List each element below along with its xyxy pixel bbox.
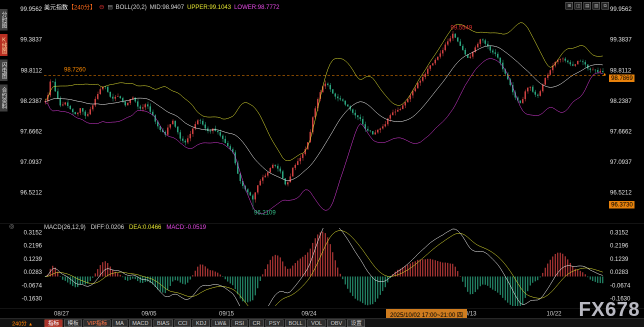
x-axis-label: 09/15 bbox=[219, 310, 234, 317]
layout-cols-icon[interactable]: ▥ bbox=[592, 2, 600, 10]
y-axis-label: 98.2387 bbox=[610, 98, 640, 104]
y-axis-label: 96.5212 bbox=[610, 189, 640, 196]
high-price-annotation: 99.5549 bbox=[450, 24, 472, 31]
tab-lwr[interactable]: LW& bbox=[212, 320, 230, 327]
low-mark-box: 96.3730 bbox=[609, 201, 634, 208]
tab-template[interactable]: 模板 bbox=[64, 320, 82, 327]
tab-settings[interactable]: 设置 bbox=[347, 320, 365, 327]
y-axis-label: 97.0937 bbox=[610, 158, 640, 166]
sidebar-item-time-chart[interactable]: 分时图 bbox=[0, 9, 8, 30]
macd-axis-label: -0.1630 bbox=[15, 295, 42, 302]
tab-rsi[interactable]: RSI bbox=[232, 320, 248, 327]
y-axis-label: 97.0937 bbox=[15, 158, 42, 166]
layout-cascade-icon[interactable]: ⧉ bbox=[602, 2, 609, 10]
boll-indicator-label: BOLL(20,2) bbox=[116, 4, 146, 10]
macd-header: MACD(26,12,9) DIFF:0.0206 DEA:0.0466 MAC… bbox=[44, 224, 206, 230]
layout-grid-icon[interactable]: ⊞ bbox=[566, 2, 573, 10]
tab-macd[interactable]: MACD bbox=[129, 320, 152, 327]
boll-upper-value: UPPER:99.1043 bbox=[187, 4, 231, 10]
x-axis-label: 09/24 bbox=[302, 310, 316, 317]
sidebar-item-flash-chart[interactable]: 闪电图 bbox=[0, 60, 8, 81]
y-axis-label: 99.3837 bbox=[15, 36, 42, 43]
macd-axis-label: -0.0674 bbox=[15, 282, 42, 289]
chevron-up-icon: ▲ bbox=[28, 322, 32, 326]
sidebar-item-contract-info[interactable]: 合约资料 bbox=[0, 84, 8, 112]
macd-title: MACD(26,12,9) bbox=[44, 224, 86, 230]
tab-indicator[interactable]: 指标 bbox=[44, 320, 62, 327]
trading-app: 美元指数 【240分】 ⊖ ▤ BOLL(20,2) MID:98.9407 U… bbox=[0, 0, 644, 327]
tab-boll[interactable]: BOLL bbox=[285, 320, 306, 327]
macd-macd-value: MACD:-0.0519 bbox=[166, 224, 206, 230]
tab-vip-indicator[interactable]: VIP指标 bbox=[84, 320, 110, 327]
low-price-annotation: 96.2109 bbox=[254, 209, 276, 216]
macd-axis-label: 0.2196 bbox=[610, 242, 640, 249]
x-axis-label: 09/05 bbox=[142, 310, 156, 317]
y-axis-label: 97.6662 bbox=[610, 128, 640, 135]
tab-obv[interactable]: OBV bbox=[327, 320, 346, 327]
y-axis-label: 99.3837 bbox=[610, 36, 640, 43]
macd-axis-label: 0.0283 bbox=[610, 268, 640, 276]
indicator-icon[interactable]: ▤ bbox=[108, 4, 112, 10]
macd-axis-label: 0.1239 bbox=[610, 256, 640, 262]
chart-header: 美元指数 【240分】 ⊖ ▤ BOLL(20,2) MID:98.9407 U… bbox=[44, 2, 280, 11]
boll-mid-value: MID:98.9407 bbox=[150, 4, 184, 10]
panel-divider-bottom bbox=[0, 308, 644, 308]
macd-diff-value: DIFF:0.0206 bbox=[90, 224, 124, 230]
x-axis-label: 08/27 bbox=[54, 310, 69, 317]
macd-axis-label: 0.2196 bbox=[15, 242, 42, 249]
tab-psy[interactable]: PSY bbox=[266, 320, 284, 327]
tab-kdj[interactable]: KDJ bbox=[192, 320, 210, 327]
y-axis-label: 98.8112 bbox=[610, 67, 640, 74]
period-label: 【240分】 bbox=[68, 2, 96, 11]
tab-bias[interactable]: BIAS bbox=[154, 320, 173, 327]
layout-split-icon[interactable]: ◫ bbox=[574, 2, 582, 10]
ref-price-annotation: 98.7260 bbox=[64, 66, 86, 73]
period-selector-label: 240分 bbox=[12, 320, 26, 326]
chart-type-sidebar: 分时图 K线图 闪电图 合约资料 bbox=[0, 9, 8, 112]
sidebar-item-kline-chart[interactable]: K线图 bbox=[0, 34, 8, 56]
x-axis-label: 10/22 bbox=[546, 310, 562, 317]
y-axis-label: 98.2387 bbox=[15, 98, 42, 104]
y-axis-label: 96.5212 bbox=[15, 189, 42, 196]
tab-cci[interactable]: CCI bbox=[174, 320, 191, 327]
alert-icon[interactable]: ⊖ bbox=[99, 4, 104, 10]
y-axis-label: 97.6662 bbox=[15, 128, 42, 135]
macd-axis-label: 0.3152 bbox=[610, 229, 640, 236]
y-axis-label: 98.8112 bbox=[15, 67, 42, 74]
macd-axis-label: 0.1239 bbox=[15, 256, 42, 262]
indicator-toolbar: 240分 ▲ 指标 模板 VIP指标 MA MACD BIAS CCI KDJ … bbox=[0, 318, 644, 327]
macd-axis-label: 0.0283 bbox=[15, 268, 42, 276]
price-chart-canvas[interactable] bbox=[0, 0, 644, 327]
tab-vol[interactable]: VOL bbox=[308, 320, 326, 327]
tab-cr[interactable]: CR bbox=[249, 320, 264, 327]
macd-settings-icon[interactable]: ◎ bbox=[9, 222, 14, 230]
macd-dea-value: DEA:0.0466 bbox=[129, 224, 162, 230]
tab-ma[interactable]: MA bbox=[112, 320, 128, 327]
window-layout-icons: ⊞ ◫ ▤ ▥ ⧉ bbox=[566, 2, 609, 10]
y-axis-label: 99.9562 bbox=[15, 6, 42, 12]
macd-axis-label: -0.1630 bbox=[610, 295, 640, 302]
last-price-box: 98.7869 bbox=[609, 74, 634, 82]
macd-axis-label: 0.3152 bbox=[15, 229, 42, 236]
symbol-name: 美元指数 bbox=[44, 2, 68, 11]
price-up-arrow-icon: ▲ bbox=[602, 72, 607, 76]
period-selector[interactable]: 240分 ▲ bbox=[12, 319, 32, 327]
macd-axis-label: -0.0674 bbox=[610, 282, 640, 289]
layout-rows-icon[interactable]: ▤ bbox=[584, 2, 591, 10]
boll-lower-value: LOWER:98.7772 bbox=[234, 4, 280, 10]
y-axis-label: 99.9562 bbox=[610, 6, 640, 12]
